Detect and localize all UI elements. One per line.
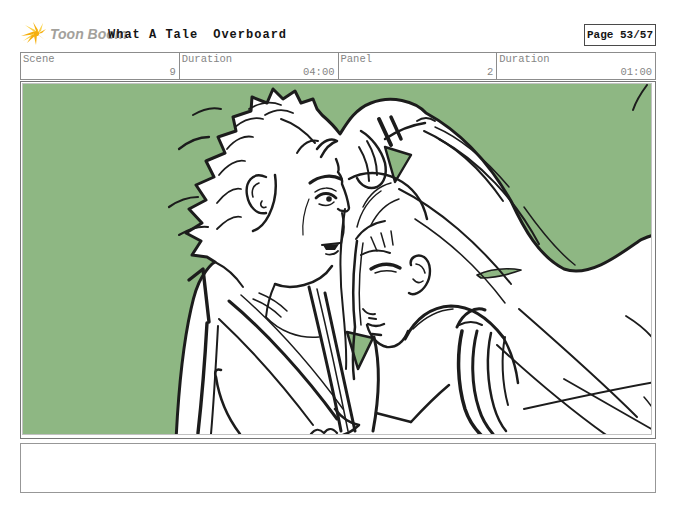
panel-duration-value: 01:00: [620, 66, 652, 78]
storyboard-page: Toon Boom What A Tale Overboard Page 53/…: [0, 0, 676, 523]
scene-value: 9: [169, 66, 175, 78]
panel-info-bar: Scene 9 Duration 04:00 Panel 2 Duration …: [20, 52, 656, 80]
panel-label: Panel: [341, 53, 373, 65]
storyboard-panel-artwork: [22, 83, 652, 435]
caption-box: [20, 443, 656, 493]
scene-label: Scene: [23, 53, 55, 65]
panel-duration-label: Duration: [499, 53, 549, 65]
panel-cell: Panel 2: [339, 53, 498, 79]
panel-value: 2: [487, 66, 493, 78]
scene-cell: Scene 9: [21, 53, 180, 79]
project-title: What A Tale: [108, 28, 198, 42]
scene-duration-cell: Duration 04:00: [180, 53, 339, 79]
panel-duration-cell: Duration 01:00: [497, 53, 655, 79]
episode-title: Overboard: [213, 28, 287, 42]
page-indicator: Page 53/57: [584, 24, 656, 46]
title-bar: What A Tale Overboard: [108, 28, 287, 42]
scene-duration-label: Duration: [182, 53, 232, 65]
storyboard-panel-frame: [20, 81, 656, 439]
toonboom-sunburst-icon: [20, 21, 47, 47]
scene-duration-value: 04:00: [303, 66, 335, 78]
